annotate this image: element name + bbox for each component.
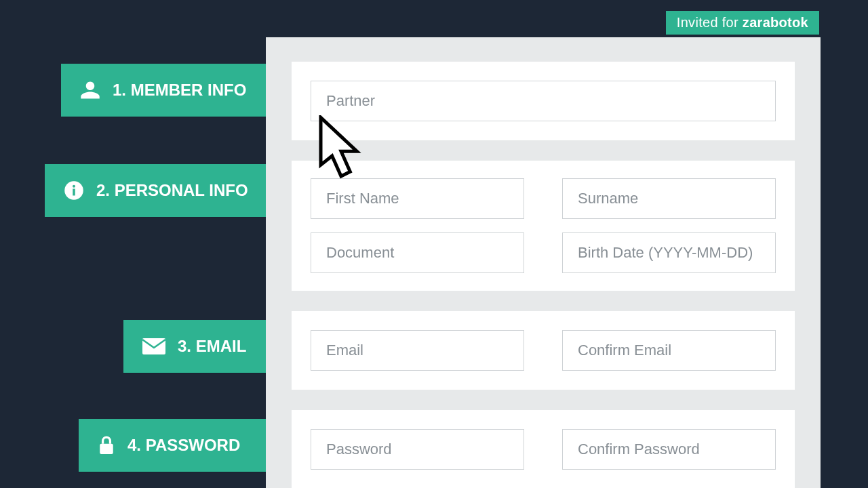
step-label: 3. EMAIL xyxy=(178,337,246,356)
email-input[interactable] xyxy=(311,330,524,371)
step-label: 1. MEMBER INFO xyxy=(113,81,246,100)
confirm-password-input[interactable] xyxy=(562,429,776,470)
step-personal-info[interactable]: 2. PERSONAL INFO xyxy=(45,164,266,217)
section-password xyxy=(292,410,795,488)
birth-date-input[interactable] xyxy=(562,232,776,273)
invited-badge: Invited for zarabotok xyxy=(666,11,819,35)
section-personal xyxy=(292,161,795,291)
first-name-input[interactable] xyxy=(311,178,524,219)
document-input[interactable] xyxy=(311,232,524,273)
step-password[interactable]: 4. PASSWORD xyxy=(79,419,266,472)
lock-icon xyxy=(98,434,115,456)
step-email[interactable]: 3. EMAIL xyxy=(123,320,266,373)
form-panel xyxy=(266,37,821,488)
svg-rect-4 xyxy=(100,444,113,454)
invited-prefix: Invited for xyxy=(677,15,743,30)
info-icon xyxy=(64,180,84,201)
password-input[interactable] xyxy=(311,429,524,470)
section-email xyxy=(292,311,795,390)
step-member-info[interactable]: 1. MEMBER INFO xyxy=(61,64,266,117)
invited-name: zarabotok xyxy=(743,15,808,30)
user-icon xyxy=(80,79,100,101)
confirm-email-input[interactable] xyxy=(562,330,776,371)
mail-icon xyxy=(142,338,165,354)
partner-input[interactable] xyxy=(311,81,776,121)
svg-rect-3 xyxy=(142,338,165,354)
svg-point-2 xyxy=(73,185,75,188)
section-member xyxy=(292,62,795,140)
step-label: 2. PERSONAL INFO xyxy=(96,181,248,200)
step-label: 4. PASSWORD xyxy=(127,436,240,455)
surname-input[interactable] xyxy=(562,178,776,219)
svg-rect-1 xyxy=(73,189,75,196)
